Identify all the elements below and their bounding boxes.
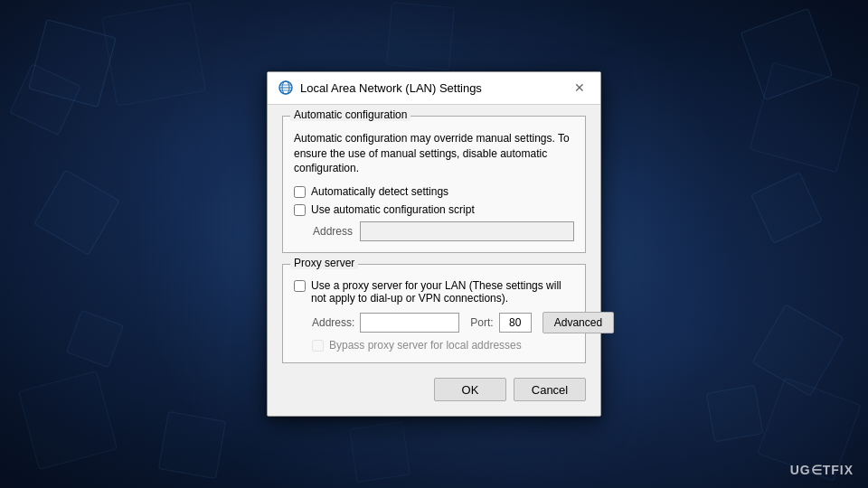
dialog-content: Automatic configuration Automatic config…	[268, 105, 600, 416]
auto-config-desc: Automatic configuration may override man…	[294, 131, 574, 176]
port-label: Port:	[470, 316, 493, 329]
ok-button[interactable]: OK	[434, 378, 506, 401]
proxy-addr-row: Address: Port: Advanced	[294, 312, 574, 333]
auto-script-label[interactable]: Use automatic configuration script	[311, 203, 475, 216]
lan-settings-dialog: Local Area Network (LAN) Settings ✕ Auto…	[267, 71, 601, 417]
proxy-address-input[interactable]	[360, 313, 459, 333]
address-label: Address	[312, 225, 353, 238]
use-proxy-checkbox[interactable]	[294, 280, 306, 292]
bypass-row: Bypass proxy server for local addresses	[294, 339, 574, 352]
auto-config-label: Automatic configuration	[290, 108, 410, 121]
auto-config-section: Automatic configuration Automatic config…	[282, 116, 586, 253]
address-row: Address	[294, 221, 574, 241]
proxy-section-label: Proxy server	[290, 257, 358, 269]
cancel-button[interactable]: Cancel	[514, 378, 586, 401]
dialog-titlebar: Local Area Network (LAN) Settings ✕	[268, 72, 600, 105]
auto-detect-row: Automatically detect settings	[294, 185, 574, 198]
address-input[interactable]	[360, 221, 574, 241]
dialog-footer: OK Cancel	[282, 374, 586, 401]
bypass-label: Bypass proxy server for local addresses	[329, 339, 522, 352]
bypass-checkbox[interactable]	[312, 340, 324, 352]
port-input[interactable]	[499, 313, 532, 333]
close-button[interactable]: ✕	[570, 78, 590, 98]
use-proxy-row: Use a proxy server for your LAN (These s…	[294, 279, 574, 305]
auto-detect-checkbox[interactable]	[294, 186, 306, 198]
proxy-address-label: Address:	[312, 316, 354, 329]
auto-detect-label[interactable]: Automatically detect settings	[311, 185, 448, 198]
watermark: UG∈TFIX	[790, 463, 854, 477]
auto-script-checkbox[interactable]	[294, 204, 306, 216]
advanced-button[interactable]: Advanced	[542, 312, 614, 333]
proxy-server-section: Proxy server Use a proxy server for your…	[282, 264, 586, 363]
use-proxy-label[interactable]: Use a proxy server for your LAN (These s…	[311, 279, 574, 305]
auto-script-row: Use automatic configuration script	[294, 203, 574, 216]
dialog-title: Local Area Network (LAN) Settings	[300, 81, 562, 95]
network-globe-icon	[278, 80, 293, 95]
